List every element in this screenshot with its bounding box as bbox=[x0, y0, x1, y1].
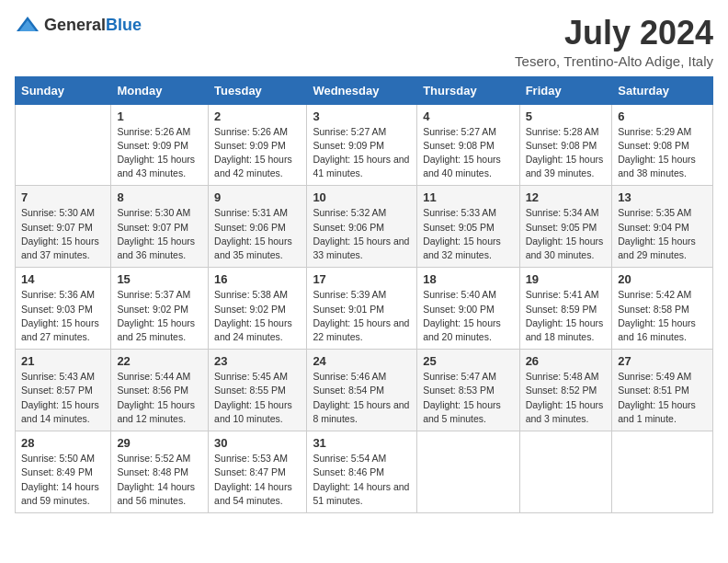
day-info: Sunrise: 5:40 AMSunset: 9:00 PMDaylight:… bbox=[423, 288, 513, 344]
day-number: 12 bbox=[526, 190, 607, 204]
calendar-cell: 3Sunrise: 5:27 AMSunset: 9:09 PMDaylight… bbox=[307, 104, 417, 186]
calendar-cell: 11Sunrise: 5:33 AMSunset: 9:05 PMDayligh… bbox=[417, 186, 519, 268]
day-number: 21 bbox=[21, 354, 105, 368]
day-number: 9 bbox=[214, 190, 301, 204]
calendar-cell: 14Sunrise: 5:36 AMSunset: 9:03 PMDayligh… bbox=[16, 268, 111, 350]
calendar-table: SundayMondayTuesdayWednesdayThursdayFrid… bbox=[15, 76, 713, 513]
calendar-cell: 8Sunrise: 5:30 AMSunset: 9:07 PMDaylight… bbox=[111, 186, 209, 268]
day-number: 16 bbox=[214, 272, 301, 286]
calendar-cell: 20Sunrise: 5:42 AMSunset: 8:58 PMDayligh… bbox=[612, 268, 713, 350]
day-info: Sunrise: 5:30 AMSunset: 9:07 PMDaylight:… bbox=[21, 206, 105, 262]
day-number: 15 bbox=[117, 272, 202, 286]
day-info: Sunrise: 5:33 AMSunset: 9:05 PMDaylight:… bbox=[423, 206, 513, 262]
day-number: 28 bbox=[21, 436, 105, 450]
calendar-cell: 25Sunrise: 5:47 AMSunset: 8:53 PMDayligh… bbox=[417, 350, 519, 431]
day-number: 30 bbox=[214, 436, 301, 450]
title-area: July 2024 Tesero, Trentino-Alto Adige, I… bbox=[515, 15, 713, 69]
calendar-cell: 4Sunrise: 5:27 AMSunset: 9:08 PMDaylight… bbox=[417, 104, 519, 186]
page-header: GeneralBlue July 2024 Tesero, Trentino-A… bbox=[15, 15, 713, 69]
day-info: Sunrise: 5:44 AMSunset: 8:56 PMDaylight:… bbox=[117, 370, 202, 426]
day-number: 14 bbox=[21, 272, 105, 286]
week-row-3: 14Sunrise: 5:36 AMSunset: 9:03 PMDayligh… bbox=[16, 268, 713, 350]
day-number: 18 bbox=[423, 272, 513, 286]
calendar-cell: 19Sunrise: 5:41 AMSunset: 8:59 PMDayligh… bbox=[519, 268, 612, 350]
calendar-cell: 26Sunrise: 5:48 AMSunset: 8:52 PMDayligh… bbox=[519, 350, 612, 431]
logo-general: General bbox=[44, 16, 106, 34]
day-number: 22 bbox=[117, 354, 202, 368]
day-number: 13 bbox=[618, 190, 707, 204]
calendar-cell: 15Sunrise: 5:37 AMSunset: 9:02 PMDayligh… bbox=[111, 268, 209, 350]
calendar-cell: 1Sunrise: 5:26 AMSunset: 9:09 PMDaylight… bbox=[111, 104, 209, 186]
calendar-cell bbox=[417, 431, 519, 513]
day-info: Sunrise: 5:36 AMSunset: 9:03 PMDaylight:… bbox=[21, 288, 105, 344]
generalblue-logo-icon bbox=[15, 15, 40, 35]
calendar-cell: 10Sunrise: 5:32 AMSunset: 9:06 PMDayligh… bbox=[307, 186, 417, 268]
calendar-cell: 17Sunrise: 5:39 AMSunset: 9:01 PMDayligh… bbox=[307, 268, 417, 350]
header-tuesday: Tuesday bbox=[209, 76, 307, 104]
day-info: Sunrise: 5:43 AMSunset: 8:57 PMDaylight:… bbox=[21, 370, 105, 426]
day-info: Sunrise: 5:30 AMSunset: 9:07 PMDaylight:… bbox=[117, 206, 202, 262]
day-number: 31 bbox=[313, 436, 411, 450]
calendar-cell: 22Sunrise: 5:44 AMSunset: 8:56 PMDayligh… bbox=[111, 350, 209, 431]
day-number: 24 bbox=[313, 354, 411, 368]
day-info: Sunrise: 5:38 AMSunset: 9:02 PMDaylight:… bbox=[214, 288, 301, 344]
calendar-cell: 16Sunrise: 5:38 AMSunset: 9:02 PMDayligh… bbox=[209, 268, 307, 350]
header-thursday: Thursday bbox=[417, 76, 519, 104]
day-number: 6 bbox=[618, 109, 707, 123]
week-row-4: 21Sunrise: 5:43 AMSunset: 8:57 PMDayligh… bbox=[16, 350, 713, 431]
calendar-cell: 5Sunrise: 5:28 AMSunset: 9:08 PMDaylight… bbox=[519, 104, 612, 186]
week-row-2: 7Sunrise: 5:30 AMSunset: 9:07 PMDaylight… bbox=[16, 186, 713, 268]
day-info: Sunrise: 5:45 AMSunset: 8:55 PMDaylight:… bbox=[214, 370, 301, 426]
day-info: Sunrise: 5:27 AMSunset: 9:08 PMDaylight:… bbox=[423, 125, 513, 181]
calendar-cell: 12Sunrise: 5:34 AMSunset: 9:05 PMDayligh… bbox=[519, 186, 612, 268]
day-number: 27 bbox=[618, 354, 707, 368]
day-number: 7 bbox=[21, 190, 105, 204]
day-number: 2 bbox=[214, 109, 301, 123]
calendar-cell: 30Sunrise: 5:53 AMSunset: 8:47 PMDayligh… bbox=[209, 431, 307, 513]
calendar-cell: 13Sunrise: 5:35 AMSunset: 9:04 PMDayligh… bbox=[612, 186, 713, 268]
day-info: Sunrise: 5:35 AMSunset: 9:04 PMDaylight:… bbox=[618, 206, 707, 262]
day-info: Sunrise: 5:50 AMSunset: 8:49 PMDaylight:… bbox=[21, 452, 105, 508]
day-info: Sunrise: 5:32 AMSunset: 9:06 PMDaylight:… bbox=[313, 206, 411, 262]
calendar-cell bbox=[612, 431, 713, 513]
day-info: Sunrise: 5:34 AMSunset: 9:05 PMDaylight:… bbox=[526, 206, 607, 262]
day-info: Sunrise: 5:26 AMSunset: 9:09 PMDaylight:… bbox=[117, 125, 202, 181]
calendar-cell: 24Sunrise: 5:46 AMSunset: 8:54 PMDayligh… bbox=[307, 350, 417, 431]
calendar-cell: 31Sunrise: 5:54 AMSunset: 8:46 PMDayligh… bbox=[307, 431, 417, 513]
day-number: 26 bbox=[526, 354, 607, 368]
calendar-cell: 6Sunrise: 5:29 AMSunset: 9:08 PMDaylight… bbox=[612, 104, 713, 186]
day-info: Sunrise: 5:27 AMSunset: 9:09 PMDaylight:… bbox=[313, 125, 411, 181]
day-info: Sunrise: 5:46 AMSunset: 8:54 PMDaylight:… bbox=[313, 370, 411, 426]
day-info: Sunrise: 5:37 AMSunset: 9:02 PMDaylight:… bbox=[117, 288, 202, 344]
day-info: Sunrise: 5:52 AMSunset: 8:48 PMDaylight:… bbox=[117, 452, 202, 508]
week-row-5: 28Sunrise: 5:50 AMSunset: 8:49 PMDayligh… bbox=[16, 431, 713, 513]
day-number: 11 bbox=[423, 190, 513, 204]
header-monday: Monday bbox=[111, 76, 209, 104]
calendar-subtitle: Tesero, Trentino-Alto Adige, Italy bbox=[515, 53, 713, 69]
calendar-cell: 2Sunrise: 5:26 AMSunset: 9:09 PMDaylight… bbox=[209, 104, 307, 186]
calendar-cell: 23Sunrise: 5:45 AMSunset: 8:55 PMDayligh… bbox=[209, 350, 307, 431]
day-info: Sunrise: 5:49 AMSunset: 8:51 PMDaylight:… bbox=[618, 370, 707, 426]
logo-blue: Blue bbox=[106, 16, 142, 34]
day-info: Sunrise: 5:28 AMSunset: 9:08 PMDaylight:… bbox=[526, 125, 607, 181]
logo: GeneralBlue bbox=[15, 15, 142, 35]
day-number: 10 bbox=[313, 190, 411, 204]
calendar-cell: 21Sunrise: 5:43 AMSunset: 8:57 PMDayligh… bbox=[16, 350, 111, 431]
day-info: Sunrise: 5:26 AMSunset: 9:09 PMDaylight:… bbox=[214, 125, 301, 181]
calendar-header-row: SundayMondayTuesdayWednesdayThursdayFrid… bbox=[16, 76, 713, 104]
day-number: 5 bbox=[526, 109, 607, 123]
day-info: Sunrise: 5:29 AMSunset: 9:08 PMDaylight:… bbox=[618, 125, 707, 181]
day-info: Sunrise: 5:54 AMSunset: 8:46 PMDaylight:… bbox=[313, 452, 411, 508]
calendar-cell: 27Sunrise: 5:49 AMSunset: 8:51 PMDayligh… bbox=[612, 350, 713, 431]
calendar-cell: 28Sunrise: 5:50 AMSunset: 8:49 PMDayligh… bbox=[16, 431, 111, 513]
day-number: 23 bbox=[214, 354, 301, 368]
day-info: Sunrise: 5:42 AMSunset: 8:58 PMDaylight:… bbox=[618, 288, 707, 344]
day-info: Sunrise: 5:47 AMSunset: 8:53 PMDaylight:… bbox=[423, 370, 513, 426]
day-number: 19 bbox=[526, 272, 607, 286]
week-row-1: 1Sunrise: 5:26 AMSunset: 9:09 PMDaylight… bbox=[16, 104, 713, 186]
day-number: 17 bbox=[313, 272, 411, 286]
calendar-cell bbox=[519, 431, 612, 513]
day-info: Sunrise: 5:39 AMSunset: 9:01 PMDaylight:… bbox=[313, 288, 411, 344]
calendar-cell bbox=[16, 104, 111, 186]
day-info: Sunrise: 5:31 AMSunset: 9:06 PMDaylight:… bbox=[214, 206, 301, 262]
